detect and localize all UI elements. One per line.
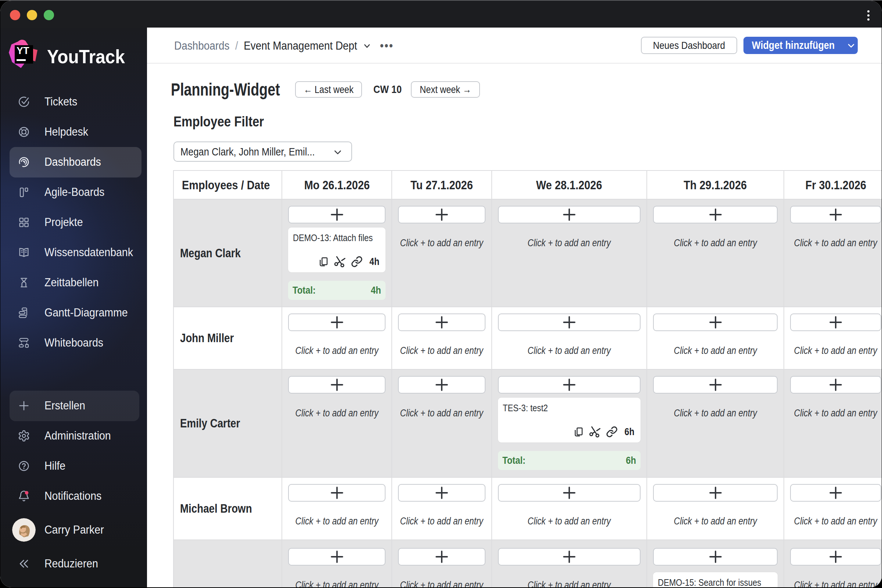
svg-text:YT: YT (16, 45, 29, 56)
